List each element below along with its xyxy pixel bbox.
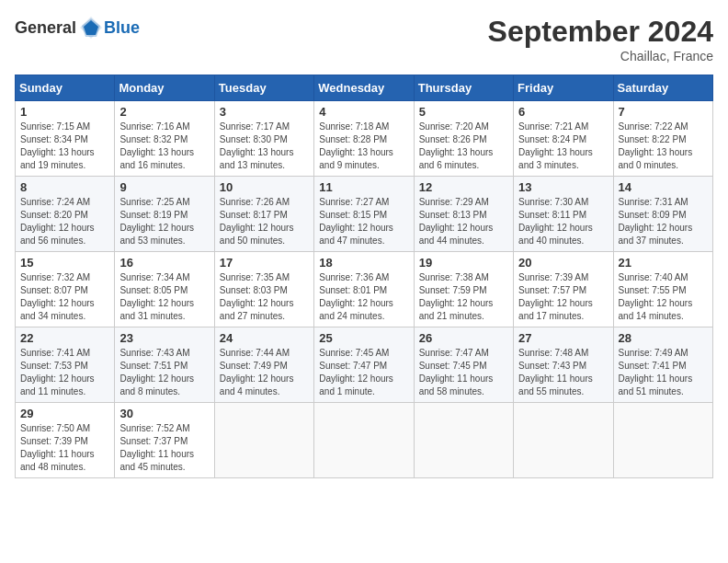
weekday-label: Tuesday [214, 75, 313, 101]
calendar-cell: 24Sunrise: 7:44 AM Sunset: 7:49 PM Dayli… [214, 327, 313, 403]
calendar-cell [214, 403, 313, 478]
calendar-cell: 23Sunrise: 7:43 AM Sunset: 7:51 PM Dayli… [115, 327, 214, 403]
weekday-label: Saturday [613, 75, 712, 101]
day-info: Sunrise: 7:43 AM Sunset: 7:51 PM Dayligh… [119, 347, 209, 398]
day-number: 12 [419, 180, 508, 194]
logo: General Blue [15, 15, 140, 40]
calendar-body: 1Sunrise: 7:15 AM Sunset: 8:34 PM Daylig… [16, 101, 713, 478]
calendar-cell: 28Sunrise: 7:49 AM Sunset: 7:41 PM Dayli… [613, 327, 712, 403]
calendar-cell: 10Sunrise: 7:26 AM Sunset: 8:17 PM Dayli… [214, 177, 313, 252]
logo-icon [78, 15, 104, 40]
calendar-week-row: 8Sunrise: 7:24 AM Sunset: 8:20 PM Daylig… [16, 177, 713, 252]
day-info: Sunrise: 7:27 AM Sunset: 8:15 PM Dayligh… [319, 196, 408, 247]
day-number: 28 [619, 331, 708, 345]
calendar-cell: 17Sunrise: 7:35 AM Sunset: 8:03 PM Dayli… [214, 252, 313, 327]
weekday-label: Wednesday [314, 75, 414, 101]
day-number: 4 [319, 105, 408, 119]
calendar-cell [514, 403, 613, 478]
calendar-cell: 5Sunrise: 7:20 AM Sunset: 8:26 PM Daylig… [414, 101, 513, 177]
day-info: Sunrise: 7:15 AM Sunset: 8:34 PM Dayligh… [20, 121, 109, 172]
calendar-cell [414, 403, 513, 478]
day-number: 30 [119, 407, 209, 420]
day-number: 15 [20, 256, 109, 270]
day-info: Sunrise: 7:26 AM Sunset: 8:17 PM Dayligh… [220, 196, 309, 247]
calendar-cell: 9Sunrise: 7:25 AM Sunset: 8:19 PM Daylig… [115, 177, 214, 252]
logo-blue: Blue [104, 18, 140, 38]
day-info: Sunrise: 7:48 AM Sunset: 7:43 PM Dayligh… [518, 347, 608, 398]
day-number: 22 [20, 331, 109, 345]
day-info: Sunrise: 7:16 AM Sunset: 8:32 PM Dayligh… [119, 121, 209, 172]
day-number: 16 [119, 256, 209, 270]
day-info: Sunrise: 7:32 AM Sunset: 8:07 PM Dayligh… [20, 271, 109, 323]
day-number: 3 [220, 105, 309, 119]
calendar-week-row: 1Sunrise: 7:15 AM Sunset: 8:34 PM Daylig… [16, 101, 713, 177]
calendar-cell: 15Sunrise: 7:32 AM Sunset: 8:07 PM Dayli… [16, 252, 115, 327]
location: Chaillac, France [488, 49, 713, 63]
day-info: Sunrise: 7:34 AM Sunset: 8:05 PM Dayligh… [119, 271, 209, 323]
day-number: 24 [220, 331, 309, 345]
page-header: General Blue September 2024 Chaillac, Fr… [15, 15, 713, 63]
calendar-cell: 3Sunrise: 7:17 AM Sunset: 8:30 PM Daylig… [214, 101, 313, 177]
month-title: September 2024 [488, 15, 713, 49]
calendar-cell: 26Sunrise: 7:47 AM Sunset: 7:45 PM Dayli… [414, 327, 513, 403]
calendar-cell: 22Sunrise: 7:41 AM Sunset: 7:53 PM Dayli… [16, 327, 115, 403]
day-info: Sunrise: 7:44 AM Sunset: 7:49 PM Dayligh… [220, 347, 309, 398]
day-number: 2 [119, 105, 209, 119]
calendar-cell: 8Sunrise: 7:24 AM Sunset: 8:20 PM Daylig… [16, 177, 115, 252]
calendar-cell: 29Sunrise: 7:50 AM Sunset: 7:39 PM Dayli… [16, 403, 115, 478]
calendar-cell: 12Sunrise: 7:29 AM Sunset: 8:13 PM Dayli… [414, 177, 513, 252]
day-number: 1 [20, 105, 109, 119]
calendar-cell: 4Sunrise: 7:18 AM Sunset: 8:28 PM Daylig… [314, 101, 414, 177]
day-info: Sunrise: 7:21 AM Sunset: 8:24 PM Dayligh… [518, 121, 608, 172]
day-number: 18 [319, 256, 408, 270]
day-info: Sunrise: 7:47 AM Sunset: 7:45 PM Dayligh… [419, 347, 508, 398]
day-number: 20 [518, 256, 608, 270]
day-number: 26 [419, 331, 508, 345]
calendar-cell: 27Sunrise: 7:48 AM Sunset: 7:43 PM Dayli… [514, 327, 613, 403]
day-number: 10 [220, 180, 309, 194]
calendar-cell: 1Sunrise: 7:15 AM Sunset: 8:34 PM Daylig… [16, 101, 115, 177]
day-number: 23 [119, 331, 209, 345]
weekday-label: Monday [115, 75, 214, 101]
day-info: Sunrise: 7:40 AM Sunset: 7:55 PM Dayligh… [619, 271, 708, 323]
day-number: 27 [518, 331, 608, 345]
day-info: Sunrise: 7:45 AM Sunset: 7:47 PM Dayligh… [319, 347, 408, 398]
calendar-cell: 19Sunrise: 7:38 AM Sunset: 7:59 PM Dayli… [414, 252, 513, 327]
day-number: 19 [419, 256, 508, 270]
day-info: Sunrise: 7:36 AM Sunset: 8:01 PM Dayligh… [319, 271, 408, 323]
calendar-cell: 7Sunrise: 7:22 AM Sunset: 8:22 PM Daylig… [613, 101, 712, 177]
day-info: Sunrise: 7:20 AM Sunset: 8:26 PM Dayligh… [419, 121, 508, 172]
calendar-cell [613, 403, 712, 478]
day-info: Sunrise: 7:17 AM Sunset: 8:30 PM Dayligh… [220, 121, 309, 172]
calendar-cell: 30Sunrise: 7:52 AM Sunset: 7:37 PM Dayli… [115, 403, 214, 478]
day-info: Sunrise: 7:50 AM Sunset: 7:39 PM Dayligh… [20, 422, 109, 474]
day-info: Sunrise: 7:18 AM Sunset: 8:28 PM Dayligh… [319, 121, 408, 172]
day-info: Sunrise: 7:25 AM Sunset: 8:19 PM Dayligh… [119, 196, 209, 247]
day-number: 25 [319, 331, 408, 345]
day-info: Sunrise: 7:52 AM Sunset: 7:37 PM Dayligh… [119, 422, 209, 474]
day-number: 14 [619, 180, 708, 194]
day-number: 11 [319, 180, 408, 194]
calendar-cell: 20Sunrise: 7:39 AM Sunset: 7:57 PM Dayli… [514, 252, 613, 327]
calendar-cell: 11Sunrise: 7:27 AM Sunset: 8:15 PM Dayli… [314, 177, 414, 252]
day-number: 6 [518, 105, 608, 119]
calendar-cell: 21Sunrise: 7:40 AM Sunset: 7:55 PM Dayli… [613, 252, 712, 327]
day-number: 9 [119, 180, 209, 194]
day-info: Sunrise: 7:29 AM Sunset: 8:13 PM Dayligh… [419, 196, 508, 247]
day-number: 13 [518, 180, 608, 194]
day-info: Sunrise: 7:31 AM Sunset: 8:09 PM Dayligh… [619, 196, 708, 247]
day-number: 8 [20, 180, 109, 194]
logo-general: General [15, 18, 76, 38]
calendar-cell: 18Sunrise: 7:36 AM Sunset: 8:01 PM Dayli… [314, 252, 414, 327]
calendar-week-row: 22Sunrise: 7:41 AM Sunset: 7:53 PM Dayli… [16, 327, 713, 403]
day-info: Sunrise: 7:35 AM Sunset: 8:03 PM Dayligh… [220, 271, 309, 323]
day-info: Sunrise: 7:39 AM Sunset: 7:57 PM Dayligh… [518, 271, 608, 323]
day-info: Sunrise: 7:38 AM Sunset: 7:59 PM Dayligh… [419, 271, 508, 323]
calendar-cell: 13Sunrise: 7:30 AM Sunset: 8:11 PM Dayli… [514, 177, 613, 252]
calendar-week-row: 15Sunrise: 7:32 AM Sunset: 8:07 PM Dayli… [16, 252, 713, 327]
day-number: 21 [619, 256, 708, 270]
calendar-cell: 2Sunrise: 7:16 AM Sunset: 8:32 PM Daylig… [115, 101, 214, 177]
weekday-label: Thursday [414, 75, 513, 101]
calendar-cell: 16Sunrise: 7:34 AM Sunset: 8:05 PM Dayli… [115, 252, 214, 327]
day-info: Sunrise: 7:24 AM Sunset: 8:20 PM Dayligh… [20, 196, 109, 247]
